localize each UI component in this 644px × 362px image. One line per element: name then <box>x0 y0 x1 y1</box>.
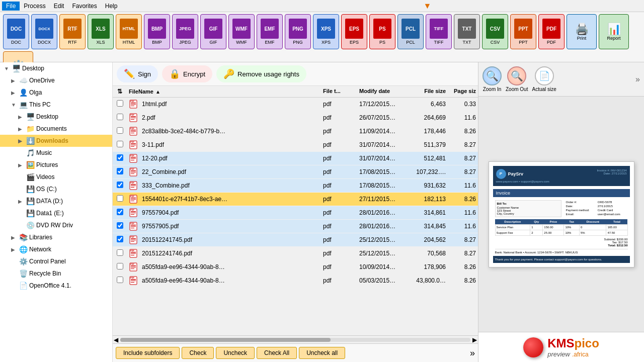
checkbox-cell[interactable] <box>113 248 127 258</box>
zoom-in-button[interactable]: 🔍 Zoom In <box>482 66 502 92</box>
table-row[interactable]: PDF 2c83a8bb-3ce2-484c-b779-b… pdf 11/09… <box>113 125 478 138</box>
toolbar-jpeg[interactable]: JPEG JPEG <box>172 14 198 49</box>
encrypt-button[interactable]: 🔒 Encrypt <box>162 65 212 82</box>
sidebar-item-music[interactable]: 🎵 Music <box>0 147 112 159</box>
table-row[interactable]: PDF a505fda9-ee96-4344-90ab-8… pdf 10/09… <box>113 260 478 274</box>
menu-help[interactable]: Help <box>101 2 122 11</box>
file-checkbox[interactable] <box>117 249 123 256</box>
checkbox-cell[interactable] <box>113 221 127 231</box>
checkbox-cell[interactable] <box>113 99 127 109</box>
checkbox-cell[interactable] <box>113 153 127 163</box>
sidebar-item-libraries[interactable]: ▶ 📚 Libraries <box>0 231 112 243</box>
check-all-button[interactable]: Check All <box>257 347 297 359</box>
toolbar-docx[interactable]: DOCX DOCX <box>31 14 57 49</box>
toolbar-print[interactable]: 🖨️ Print <box>567 14 597 49</box>
toolbar-tiff[interactable]: TIFF TIFF <box>426 14 452 49</box>
table-row[interactable]: PDF 2.pdf pdf 26/07/2015… 264,669 11.6 <box>113 111 478 125</box>
scroll-right-icon[interactable]: ▶ <box>472 336 477 343</box>
file-rows[interactable]: PDF 1html.pdf pdf 17/12/2015… 6,463 0.33… <box>113 98 478 335</box>
expand-panel-icon[interactable]: » <box>635 75 640 84</box>
sidebar-item-this-pc[interactable]: ▼ 💻 This PC <box>0 99 112 111</box>
toolbar-rtf[interactable]: RTF RTF <box>59 14 86 49</box>
table-row[interactable]: PDF 97557904.pdf pdf 28/01/2016… 314,861… <box>113 206 478 220</box>
table-row[interactable]: PDF 22_Combine.pdf pdf 17/08/2015… 107,2… <box>113 165 478 179</box>
sidebar-item-onedrive[interactable]: ▶ ☁️ OneDrive <box>0 74 112 86</box>
file-checkbox[interactable] <box>117 222 123 229</box>
col-name-header[interactable]: FileName ▲ <box>127 86 321 97</box>
toolbar-html[interactable]: HTML HTML <box>116 14 142 49</box>
sidebar-item-dvd-rw[interactable]: 💿 DVD RW Driv <box>0 219 112 231</box>
file-checkbox[interactable] <box>117 141 123 147</box>
file-checkbox[interactable] <box>117 168 123 174</box>
menu-file[interactable]: File <box>2 2 20 11</box>
file-checkbox[interactable] <box>117 277 123 283</box>
toolbar-csv[interactable]: CSV CSV <box>482 14 508 49</box>
sidebar-item-pictures[interactable]: ▶ 🖼️ Pictures <box>0 159 112 171</box>
table-row[interactable]: PDF 1html.pdf pdf 17/12/2015… 6,463 0.33 <box>113 98 478 111</box>
sidebar-item-os-c[interactable]: 💾 OS (C:) <box>0 183 112 195</box>
toolbar-ps[interactable]: PS PS <box>369 14 395 49</box>
toolbar-ppt[interactable]: PPT PPT <box>510 14 536 49</box>
file-checkbox[interactable] <box>117 182 123 188</box>
checkbox-cell[interactable] <box>113 208 127 218</box>
sidebar-item-data1-e[interactable]: 💾 Data1 (E:) <box>0 207 112 219</box>
checkbox-cell[interactable] <box>113 126 127 136</box>
table-row[interactable]: PDF 333_Combine.pdf pdf 17/08/2015… 931,… <box>113 179 478 193</box>
table-row[interactable]: PDF a505fda9-ee96-4344-90ab-8… pdf 05/03… <box>113 274 478 288</box>
uncheck-button[interactable]: Uncheck <box>216 347 255 359</box>
file-checkbox[interactable] <box>117 154 123 161</box>
sign-button[interactable]: ✏️ Sign <box>117 65 158 82</box>
actual-size-button[interactable]: 📄 Actual size <box>532 66 556 92</box>
toolbar-png[interactable]: PNG PNG <box>285 14 311 49</box>
checkbox-cell[interactable] <box>113 113 127 123</box>
sidebar-item-desktop[interactable]: ▶ 🖥️ Desktop <box>0 111 112 123</box>
sidebar-item-desktop-root[interactable]: ▼ 🖥️ Desktop <box>0 62 112 74</box>
include-subfolders-button[interactable]: Include subfolders <box>116 347 180 359</box>
check-button[interactable]: Check <box>182 347 214 359</box>
toolbar-pcl[interactable]: PCL PCL <box>397 14 424 49</box>
checkbox-cell[interactable] <box>113 167 127 177</box>
table-row[interactable]: PDF 97557905.pdf pdf 28/01/2016… 314,845… <box>113 220 478 233</box>
toolbar-doc[interactable]: DOC DOC <box>3 14 29 49</box>
file-checkbox[interactable] <box>117 100 123 107</box>
col-size-header[interactable]: File size <box>408 86 448 97</box>
toolbar-gif[interactable]: GIF GIF <box>200 14 226 49</box>
checkbox-cell[interactable] <box>113 262 127 272</box>
uncheck-all-button[interactable]: Uncheck all <box>299 347 345 359</box>
expand-icon[interactable]: » <box>470 348 475 358</box>
sidebar-item-control-panel[interactable]: ⚙️ Control Panel <box>0 255 112 267</box>
toolbar-wmf[interactable]: WMF WMF <box>228 14 255 49</box>
remove-rights-button[interactable]: 🔑 Remove usage rights <box>216 65 306 82</box>
checkbox-cell[interactable] <box>113 276 127 286</box>
file-checkbox[interactable] <box>117 195 123 202</box>
file-checkbox[interactable] <box>117 114 123 120</box>
menu-favorites[interactable]: Favorites <box>68 2 101 11</box>
toolbar-report[interactable]: 📊 Report <box>599 14 629 49</box>
toolbar-bmp[interactable]: BMP BMP <box>144 14 170 49</box>
toolbar-emf[interactable]: EMF EMF <box>257 14 283 49</box>
sidebar-item-network[interactable]: ▶ 🌐 Network <box>0 243 112 255</box>
col-date-header[interactable]: Modify date <box>357 86 408 97</box>
sidebar-item-downloads[interactable]: ▶ ⬇️ Downloads <box>0 135 112 147</box>
table-row[interactable]: PDF 3-11.pdf pdf 31/07/2014… 511,379 8.2… <box>113 138 478 152</box>
checkbox-cell[interactable] <box>113 235 127 245</box>
sidebar-item-openoffice[interactable]: 📄 OpenOffice 4.1. <box>0 280 112 292</box>
sidebar-item-olga[interactable]: ▶ 👤 Olga <box>0 86 112 99</box>
sidebar-item-recycle-bin[interactable]: 🗑️ Recycle Bin <box>0 267 112 280</box>
scroll-left-icon[interactable]: ◀ <box>114 336 118 343</box>
checkbox-cell[interactable] <box>113 180 127 191</box>
table-row[interactable]: PDF 201512241745.pdf pdf 25/12/2015… 204… <box>113 233 478 247</box>
menu-edit[interactable]: Edit <box>50 2 68 11</box>
table-row[interactable]: PDF 1554401c-e27f-41b7-8ec3-ae… pdf 27/1… <box>113 193 478 206</box>
toolbar-xps[interactable]: XPS XPS <box>313 14 339 49</box>
col-page-header[interactable]: Page siz <box>448 86 478 97</box>
toolbar-txt[interactable]: TXT TXT <box>454 14 480 49</box>
sidebar-item-documents[interactable]: ▶ 📁 Documents <box>0 123 112 135</box>
file-checkbox[interactable] <box>117 236 123 242</box>
menu-process[interactable]: Process <box>20 2 49 11</box>
toolbar-pdf[interactable]: PDF PDF <box>538 14 565 49</box>
file-checkbox[interactable] <box>117 263 123 269</box>
file-checkbox[interactable] <box>117 209 123 215</box>
file-checkbox[interactable] <box>117 127 123 134</box>
toolbar-eps[interactable]: EPS EPS <box>341 14 367 49</box>
